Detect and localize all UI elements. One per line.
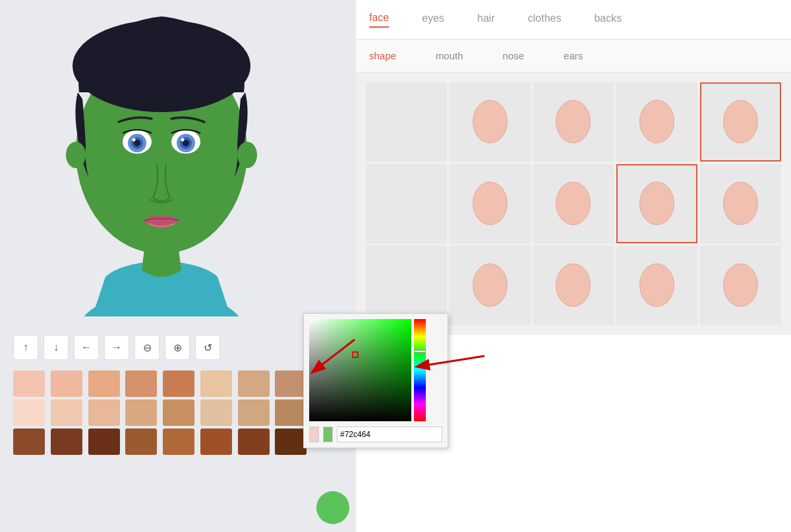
color-swatch[interactable] [238,370,270,397]
up-button[interactable]: ↑ [13,335,38,360]
color-swatch[interactable] [125,370,157,397]
shape-cell[interactable] [616,82,697,162]
shape-cell[interactable] [366,164,447,243]
arrow-right-annotation [409,336,488,382]
subtab-shape[interactable]: shape [369,50,396,61]
color-preview-new [323,427,333,442]
svg-point-31 [724,264,758,307]
svg-point-13 [181,138,185,142]
face-shape-icon [719,259,762,312]
color-swatch[interactable] [125,399,157,426]
svg-point-22 [640,100,674,143]
svg-point-26 [640,182,674,225]
svg-line-19 [422,356,484,366]
tab-backs[interactable]: backs [594,13,622,27]
zoom-in-button[interactable]: ⊕ [165,335,190,360]
shape-cell[interactable] [533,164,614,243]
face-shape-icon [552,177,595,230]
tab-eyes[interactable]: eyes [422,13,444,27]
green-circle-indicator [316,491,349,524]
shape-cell[interactable] [700,82,781,162]
face-shape-icon [719,96,762,148]
color-swatch[interactable] [163,399,194,426]
arrow-left-annotation [303,333,356,379]
down-button[interactable]: ↓ [44,335,69,360]
color-swatch[interactable] [88,399,120,426]
zoom-out-button[interactable]: ⊖ [134,335,160,360]
shape-cell[interactable] [450,246,531,325]
face-shape-icon [552,259,595,312]
color-swatch[interactable] [13,399,45,426]
face-shape-icon [635,259,678,312]
face-shape-icon [635,177,678,230]
shape-cell[interactable] [450,82,531,162]
top-tabs: face eyes hair clothes backs [356,0,791,40]
svg-point-29 [556,264,591,307]
color-swatch[interactable] [88,429,120,455]
svg-point-8 [132,138,136,142]
controls-bar: ↑ ↓ ← → ⊖ ⊕ ↺ [0,330,323,365]
svg-point-24 [473,182,507,225]
svg-point-21 [556,100,591,143]
tab-face[interactable]: face [369,12,389,28]
hex-input[interactable] [337,427,442,442]
shape-grid [356,73,791,335]
face-shape-icon [469,96,512,148]
color-swatch[interactable] [88,370,120,397]
svg-point-28 [473,264,507,307]
color-swatch[interactable] [13,429,45,455]
subtab-nose[interactable]: nose [503,50,525,61]
color-swatch[interactable] [51,399,82,426]
color-swatch[interactable] [163,370,194,397]
color-swatch[interactable] [200,399,232,426]
shape-cell[interactable] [533,82,614,162]
avatar-area [0,0,323,330]
right-button[interactable]: → [104,335,129,360]
color-swatch[interactable] [275,429,307,455]
subtab-ears[interactable]: ears [564,50,583,61]
color-swatch[interactable] [200,429,232,455]
svg-point-20 [473,100,507,143]
color-swatch[interactable] [163,429,194,455]
face-shape-icon [469,177,512,230]
shape-cell[interactable] [616,164,697,243]
shape-cell[interactable] [616,246,697,325]
left-button[interactable]: ← [74,335,99,360]
svg-point-30 [640,264,674,307]
svg-point-25 [556,182,591,225]
tab-hair[interactable]: hair [477,13,495,27]
color-swatches [0,365,323,460]
color-swatch[interactable] [275,399,307,426]
color-swatch[interactable] [51,429,82,455]
svg-point-14 [66,142,86,168]
tab-clothes[interactable]: clothes [528,13,562,27]
picker-bottom [309,427,442,442]
left-panel: ↑ ↓ ← → ⊖ ⊕ ↺ [0,0,323,532]
color-preview-old [309,427,319,442]
color-swatch[interactable] [238,429,270,455]
face-shape-icon [552,96,595,148]
color-swatch[interactable] [125,429,157,455]
shape-cell[interactable] [366,82,447,162]
shape-cell[interactable] [700,246,781,325]
sub-tabs: shape mouth nose ears [356,40,791,73]
undo-button[interactable]: ↺ [195,335,220,360]
face-shape-icon [635,96,678,148]
svg-point-23 [724,100,758,143]
right-panel: face eyes hair clothes backs shape mouth… [356,0,791,532]
color-swatch[interactable] [200,370,232,397]
svg-point-15 [237,142,257,168]
shape-cell[interactable] [450,164,531,243]
face-shape-icon [469,259,512,312]
avatar-svg [40,13,283,316]
shape-cell[interactable] [533,246,614,325]
color-swatch[interactable] [275,370,307,397]
face-shape-icon [719,177,762,230]
color-swatch[interactable] [51,370,82,397]
subtab-mouth[interactable]: mouth [436,50,463,61]
shape-cell[interactable] [700,164,781,243]
color-swatch[interactable] [238,399,270,426]
svg-line-17 [316,340,355,369]
color-swatch[interactable] [13,370,45,397]
svg-point-27 [724,182,758,225]
